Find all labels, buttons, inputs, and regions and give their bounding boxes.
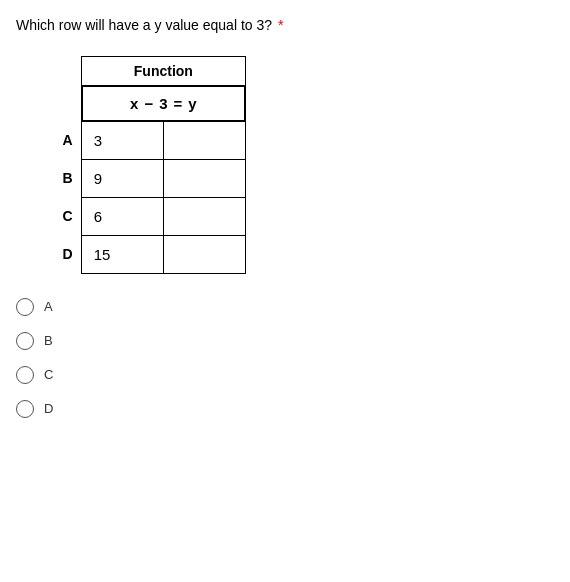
table-header-row: Function [46,56,246,85]
radio-c[interactable] [16,366,34,384]
question-text: Which row will have a y value equal to 3… [16,16,554,36]
row-label-b: B [46,159,81,197]
y-value-a [163,121,245,159]
question-main-text: Which row will have a y value equal to 3… [16,17,272,33]
option-item-b: B [16,332,554,350]
table-body: A3B9C6D15 [46,121,246,273]
y-value-c [163,197,245,235]
function-header-label: Function [134,63,193,79]
required-star: * [278,17,283,33]
table-row: B9 [46,159,246,197]
eq-minus: − [144,95,153,112]
function-header-cell: Function [81,56,245,85]
option-label-c: C [44,367,53,382]
option-item-a: A [16,298,554,316]
equation-header: x − 3 = y [82,86,245,121]
x-value-d: 15 [81,235,163,273]
option-label-b: B [44,333,53,348]
question-container: Which row will have a y value equal to 3… [16,16,554,418]
x-value-c: 6 [81,197,163,235]
y-value-d [163,235,245,273]
y-value-b [163,159,245,197]
table-row: A3 [46,121,246,159]
option-label-a: A [44,299,53,314]
table-row: D15 [46,235,246,273]
function-table-wrapper: Function x − 3 = y [46,56,554,274]
equation-row: x − 3 = y [46,85,246,121]
options-section: ABCD [16,298,554,418]
row-label-c: C [46,197,81,235]
option-label-d: D [44,401,53,416]
radio-b[interactable] [16,332,34,350]
radio-d[interactable] [16,400,34,418]
function-table: Function x − 3 = y [46,56,246,274]
eq-num: 3 [159,95,167,112]
table-row: C6 [46,197,246,235]
row-label-d: D [46,235,81,273]
option-item-c: C [16,366,554,384]
eq-x: x [130,95,138,112]
eq-equals: = [174,95,183,112]
x-value-a: 3 [81,121,163,159]
x-value-b: 9 [81,159,163,197]
option-item-d: D [16,400,554,418]
row-label-a: A [46,121,81,159]
eq-y: y [188,95,196,112]
radio-a[interactable] [16,298,34,316]
